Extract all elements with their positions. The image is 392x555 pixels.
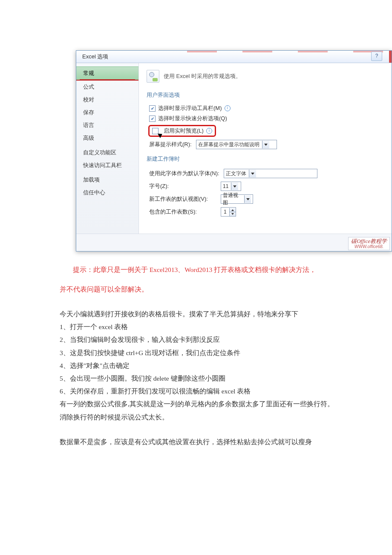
tip-line2: 并不代表问题可以全部解决。: [60, 283, 341, 296]
watermark-line2: WWW.office68.: [351, 244, 387, 249]
sidebar-item-save[interactable]: 保存: [76, 106, 138, 119]
step-5: 5、会出现一些小圆圈。我们按 delete 键删除这些小圆圈: [60, 372, 341, 385]
checkbox-live-preview-row: 启用实时预览(L) i: [147, 124, 387, 138]
checkbox-quick-analysis-label: 选择时显示快速分析选项(Q): [158, 115, 227, 122]
view-select[interactable]: 普通视图: [221, 194, 253, 204]
last-block: 数据量不是蛮多，应该是有公式或其他设置在执行，选择性粘贴去掉公式就可以瘦身: [60, 436, 341, 448]
step-1: 1、打开一个 excel 表格: [60, 321, 341, 333]
close-icon[interactable]: [389, 51, 392, 63]
general-options-icon: [147, 70, 159, 83]
spinner-down-icon[interactable]: [230, 212, 236, 216]
dialog-footer: 碳Office教程学 WWW.office68.: [76, 234, 392, 251]
tip-rest: 此章只是一例关于 Excel2013、Word2013 打开表格或文档很卡的解决…: [93, 266, 316, 273]
group-new-label: 新建工作簿时: [147, 155, 387, 163]
step-6: 6、关闭保存后，重新打开我们发现可以很流畅的编辑 excel 表格: [60, 385, 341, 398]
sidebar-item-formula[interactable]: 公式: [76, 81, 138, 93]
dialog-body: 常规 公式 校对 保存 语言 高级 自定义功能区 快速访问工具栏 加载项 信任中…: [76, 63, 392, 234]
checkbox-quick-analysis-row: 选择时显示快速分析选项(Q): [147, 113, 387, 124]
content-pane: 使用 Excel 时采用的常规选项。 用户界面选项 选择时显示浮动工具栏(M) …: [139, 63, 392, 234]
chevron-down-icon: [249, 170, 256, 177]
watermark: 碳Office教程学 WWW.office68.: [348, 237, 390, 250]
view-label: 新工作表的默认视图(V):: [149, 195, 216, 203]
decorative-strips: [187, 51, 383, 52]
titlebar: Excel 选项 ?: [76, 51, 392, 63]
sidebar: 常规 公式 校对 保存 语言 高级 自定义功能区 快速访问工具栏 加载项 信任中…: [76, 63, 139, 234]
checkbox-floating-toolbar-label: 选择时显示浮动工具栏(M): [158, 104, 222, 112]
screentip-row: 屏幕提示样式(R): 在屏幕提示中显示功能说明: [147, 138, 387, 151]
sheets-spinner[interactable]: 1: [221, 207, 236, 217]
sidebar-item-trust[interactable]: 信任中心: [76, 186, 138, 199]
last-line: 数据量不是蛮多，应该是有公式或其他设置在执行，选择性粘贴去掉公式就可以瘦身: [60, 436, 341, 448]
size-select[interactable]: 11: [221, 182, 241, 191]
info-icon[interactable]: i: [225, 105, 231, 111]
view-row: 新工作表的默认视图(V): 普通视图: [147, 193, 387, 205]
chevron-down-icon: [231, 182, 238, 190]
group-ui-label: 用户界面选项: [147, 91, 387, 99]
help-button[interactable]: ?: [371, 52, 382, 61]
checkbox-live-preview-label: 启用实时预览(L): [164, 127, 204, 135]
step-3: 3、这是我们按快捷键 ctrl+G 出现对话框，我们点击定位条件: [60, 347, 341, 359]
font-row: 使用此字体作为默认字体(N): 正文字体: [147, 167, 387, 180]
sidebar-item-language[interactable]: 语言: [76, 119, 138, 132]
step-4: 4、选择"对象"点击确定: [60, 359, 341, 372]
extra-1: 有一列的数据公式很多,其实就是这一列的单元格内的多余数据太多了里面还有一些换行符…: [60, 398, 341, 410]
sheets-row: 包含的工作表数(S): 1: [147, 205, 387, 218]
article: 提示：此章只是一例关于 Excel2013、Word2013 打开表格或文档很卡…: [60, 263, 341, 448]
tip-paragraph: 提示：此章只是一例关于 Excel2013、Word2013 打开表格或文档很卡…: [60, 263, 341, 276]
sheets-value: 1: [221, 209, 229, 215]
tip-lead: 提示：: [73, 266, 93, 273]
sidebar-item-addins[interactable]: 加载项: [76, 173, 138, 186]
dialog-title: Excel 选项: [82, 53, 108, 61]
sidebar-item-proofing[interactable]: 校对: [76, 93, 138, 106]
excel-options-dialog: Excel 选项 ? 常规 公式 校对 保存 语言 高级 自定义功能区 快速访问…: [76, 50, 392, 251]
spinner-up-icon[interactable]: [230, 208, 236, 212]
chevron-down-icon: [262, 141, 269, 148]
info-icon[interactable]: i: [206, 128, 212, 134]
spinner-buttons[interactable]: [229, 208, 236, 216]
body-block: 今天小编就遇到打开接收到的表格后很卡。摸索了半天总算搞好，特地来分享下 1、打开…: [60, 308, 341, 424]
checkbox-floating-toolbar[interactable]: [149, 105, 156, 112]
checkbox-quick-analysis[interactable]: [149, 116, 156, 122]
sidebar-item-qat[interactable]: 快速访问工具栏: [76, 159, 138, 172]
watermark-line1: 碳Office教程学: [351, 238, 387, 244]
screentip-value: 在屏幕提示中显示功能说明: [198, 141, 259, 148]
screentip-label: 屏幕提示样式(R):: [149, 141, 192, 148]
highlight-live-preview: 启用实时预览(L) i: [148, 125, 216, 137]
font-label: 使用此字体作为默认字体(N):: [149, 170, 219, 177]
checkbox-floating-toolbar-row: 选择时显示浮动工具栏(M) i: [147, 103, 387, 113]
intro-line: 今天小编就遇到打开接收到的表格后很卡。摸索了半天总算搞好，特地来分享下: [60, 308, 341, 321]
step-2: 2、当我们编辑时会发现很卡，输入就会卡到那没反应: [60, 333, 341, 346]
font-value: 正文字体: [226, 170, 246, 177]
size-value: 11: [223, 183, 228, 189]
chevron-down-icon: [244, 195, 251, 203]
sidebar-item-advanced[interactable]: 高级: [76, 132, 138, 145]
size-label: 字号(Z):: [149, 182, 216, 190]
view-value: 普通视图: [223, 192, 242, 206]
sheets-label: 包含的工作表数(S):: [149, 208, 216, 216]
extra-2: 消除换行符的时候提示说公式太长。: [60, 411, 341, 424]
font-select[interactable]: 正文字体: [224, 169, 317, 178]
sidebar-item-customize-ribbon[interactable]: 自定义功能区: [76, 146, 138, 159]
headline-text: 使用 Excel 时采用的常规选项。: [164, 72, 241, 80]
headline-row: 使用 Excel 时采用的常规选项。: [147, 68, 387, 87]
screentip-select[interactable]: 在屏幕提示中显示功能说明: [196, 140, 277, 149]
sidebar-item-general[interactable]: 常规: [76, 66, 138, 81]
size-row: 字号(Z): 11: [147, 180, 387, 193]
